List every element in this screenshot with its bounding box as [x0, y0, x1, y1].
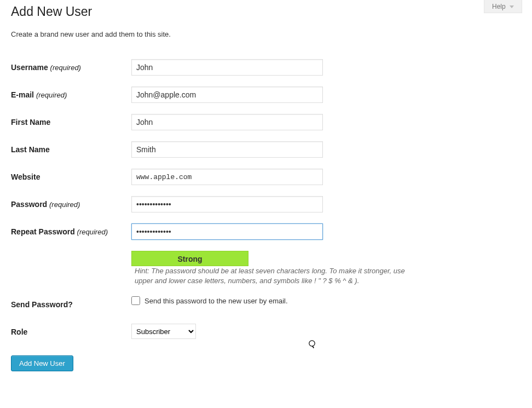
page-intro: Create a brand new user and add them to …	[11, 30, 521, 38]
role-label: Role	[11, 318, 131, 346]
website-label: Website	[11, 163, 131, 191]
help-tab[interactable]: Help	[484, 0, 522, 13]
help-label: Help	[492, 3, 506, 10]
username-input[interactable]	[131, 59, 323, 76]
email-label: E-mail (required)	[11, 81, 131, 108]
password-input[interactable]	[131, 196, 323, 212]
password-strength-badge: Strong	[131, 251, 248, 266]
repeat-password-input[interactable]	[131, 223, 323, 240]
last-name-input[interactable]	[131, 141, 323, 158]
role-select[interactable]: Subscriber	[131, 324, 196, 339]
page-title: Add New User	[11, 4, 521, 19]
add-new-user-button[interactable]: Add New User	[11, 355, 73, 371]
repeat-password-label: Repeat Password (required)	[11, 218, 131, 245]
username-label: Username (required)	[11, 54, 131, 81]
password-hint: Hint: The password should be at least se…	[135, 266, 419, 285]
send-password-checkbox-label[interactable]: Send this password to the new user by em…	[144, 297, 288, 305]
chevron-down-icon	[510, 5, 514, 8]
first-name-label: First Name	[11, 108, 131, 136]
email-input[interactable]	[131, 87, 323, 103]
last-name-label: Last Name	[11, 136, 131, 163]
password-label: Password (required)	[11, 191, 131, 218]
send-password-label: Send Password?	[11, 291, 131, 318]
first-name-input[interactable]	[131, 114, 323, 130]
website-input[interactable]	[131, 169, 323, 185]
send-password-checkbox[interactable]	[131, 296, 140, 305]
